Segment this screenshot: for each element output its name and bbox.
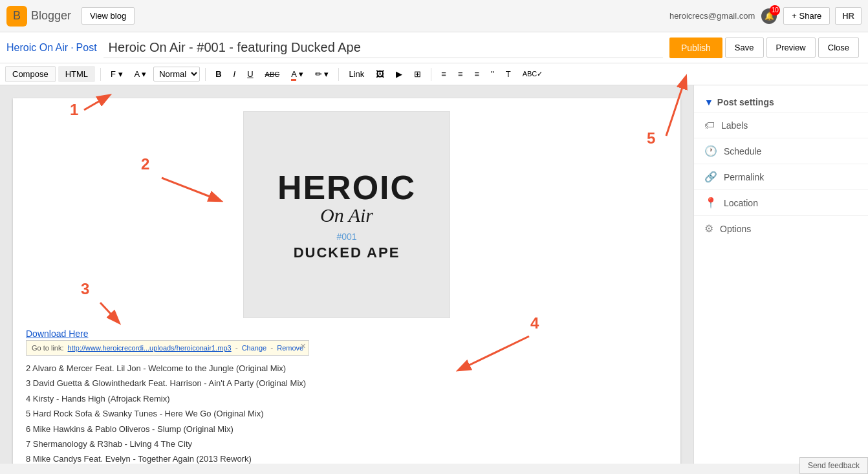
text-color-icon: A <box>291 69 296 81</box>
post-settings-header[interactable]: ▼ Post settings <box>694 92 868 113</box>
quote-button[interactable]: " <box>486 67 499 81</box>
spell-check-button[interactable]: ABC✓ <box>518 67 548 81</box>
track-item: 6 Mike Hawkins & Pablo Oliveros - Slump … <box>26 422 667 436</box>
close-button[interactable]: Close <box>818 38 859 58</box>
video-button[interactable]: ▶ <box>391 67 407 81</box>
options-row[interactable]: ⚙ Options <box>694 215 868 241</box>
go-to-label: Go to link: <box>32 344 64 352</box>
editor-content[interactable]: HEROIC On Air #001 DUCKED APE Download H… <box>13 98 680 464</box>
tooltip-close[interactable]: ✕ <box>300 342 306 350</box>
ol-button[interactable]: ≡ <box>453 67 468 81</box>
tooltip-sep2: - <box>270 343 273 352</box>
highlight-button[interactable]: ✏ ▾ <box>310 67 334 81</box>
strikethrough-button[interactable]: ABC <box>261 68 285 81</box>
breadcrumb: Heroic On Air · Post <box>6 42 97 54</box>
hero-image-container: HEROIC On Air #001 DUCKED APE <box>26 111 667 318</box>
format-select[interactable]: Normal <box>153 67 200 81</box>
italic-button[interactable]: I <box>229 67 241 81</box>
post-header: Heroic On Air · Post Publish Save Previe… <box>0 32 868 63</box>
link-button[interactable]: Link <box>344 67 369 81</box>
post-settings-sidebar: ▼ Post settings 🏷 Labels 🕐 Schedule 🔗 Pe… <box>693 85 868 464</box>
html-tab[interactable]: HTML <box>58 66 95 82</box>
editor-toolbar: Compose HTML F ▾ A ▾ Normal B I U ABC A … <box>0 63 868 85</box>
font-size-button[interactable]: A ▾ <box>130 67 151 81</box>
tooltip-sep: - <box>235 343 238 352</box>
blogger-logo: B Blogger <box>6 6 71 27</box>
font-icon: F <box>111 69 116 79</box>
download-link[interactable]: Download Here <box>26 329 89 339</box>
toolbar-separator-2 <box>205 68 206 81</box>
post-title-input[interactable] <box>103 38 663 58</box>
heroic-episode-number: #001 <box>336 232 356 242</box>
permalink-icon: 🔗 <box>704 171 717 183</box>
location-row[interactable]: 📍 Location <box>694 189 868 215</box>
location-label: Location <box>724 198 758 208</box>
ul-button[interactable]: ≡ <box>470 67 484 81</box>
notification-badge: 10 <box>770 5 780 16</box>
font-button[interactable]: F ▾ <box>106 67 127 81</box>
save-button[interactable]: Save <box>725 38 764 58</box>
schedule-icon: 🕐 <box>704 145 717 157</box>
publish-button[interactable]: Publish <box>669 38 722 58</box>
heroic-title: HEROIC <box>277 168 416 207</box>
permalink-label: Permalink <box>724 172 764 182</box>
underline-button[interactable]: U <box>243 67 257 81</box>
tooltip-url[interactable]: http://www.heroicrecordi...uploads/heroi… <box>68 344 232 352</box>
text-color-button[interactable]: A ▾ <box>287 67 308 81</box>
remove-link[interactable]: Remove <box>277 344 303 352</box>
heroic-artist-name: DUCKED APE <box>294 244 400 261</box>
toolbar-separator-3 <box>338 68 339 81</box>
labels-icon: 🏷 <box>704 120 715 131</box>
permalink-row[interactable]: 🔗 Permalink <box>694 164 868 189</box>
notification-button[interactable]: 🔔 10 <box>761 8 777 24</box>
bold-button[interactable]: B <box>211 67 226 81</box>
track-item: 2 Alvaro & Mercer Feat. Lil Jon - Welcom… <box>26 361 667 376</box>
font-size-icon: A <box>135 69 140 79</box>
user-email: heroicrecs@gmail.com <box>669 11 755 21</box>
settings-arrow-icon: ▼ <box>704 97 713 107</box>
heroic-subtitle: On Air <box>320 204 373 226</box>
hero-image: HEROIC On Air #001 DUCKED APE <box>243 111 450 318</box>
remove-format-button[interactable]: T <box>501 67 515 81</box>
track-item: 8 Mike Candys Feat. Evelyn - Together Ag… <box>26 451 667 464</box>
breadcrumb-post[interactable]: Post <box>76 42 97 54</box>
labels-label: Labels <box>721 120 748 131</box>
breadcrumb-blog[interactable]: Heroic On Air <box>6 42 68 54</box>
link-tooltip: Go to link: http://www.heroicrecordi...u… <box>26 340 309 356</box>
toolbar-separator-1 <box>100 68 101 81</box>
breadcrumb-separator: · <box>71 42 73 54</box>
track-item: 7 Shermanology & R3hab - Living 4 The Ci… <box>26 436 667 451</box>
compose-tab[interactable]: Compose <box>5 66 56 82</box>
main-layout: HEROIC On Air #001 DUCKED APE Download H… <box>0 85 868 464</box>
send-feedback-button[interactable]: Send feedback <box>799 457 868 464</box>
blogger-logo-icon: B <box>6 6 27 27</box>
location-icon: 📍 <box>704 197 717 209</box>
track-list: 2 Alvaro & Mercer Feat. Lil Jon - Welcom… <box>26 361 667 464</box>
align-button[interactable]: ≡ <box>437 67 451 81</box>
hr-button[interactable]: HR <box>835 7 862 25</box>
schedule-label: Schedule <box>724 146 761 156</box>
share-button[interactable]: + Share <box>783 7 830 25</box>
editor-area[interactable]: HEROIC On Air #001 DUCKED APE Download H… <box>0 85 693 464</box>
view-blog-button[interactable]: View blog <box>81 7 135 25</box>
toolbar-separator-4 <box>431 68 431 81</box>
track-item: 3 David Guetta & Glowinthedark Feat. Har… <box>26 376 667 391</box>
labels-row[interactable]: 🏷 Labels <box>694 113 868 138</box>
track-item: 5 Hard Rock Sofa & Swanky Tunes - Here W… <box>26 406 667 421</box>
blogger-logo-name: Blogger <box>31 9 71 23</box>
download-section: Download Here Go to link: http://www.her… <box>26 329 667 356</box>
special-char-button[interactable]: ⊞ <box>409 67 426 81</box>
options-label: Options <box>720 224 751 234</box>
options-icon: ⚙ <box>704 222 713 235</box>
preview-button[interactable]: Preview <box>766 38 816 58</box>
post-settings-label: Post settings <box>717 97 774 107</box>
change-link[interactable]: Change <box>242 344 267 352</box>
image-button[interactable]: 🖼 <box>371 67 389 81</box>
top-nav: B Blogger View blog heroicrecs@gmail.com… <box>0 0 868 32</box>
schedule-row[interactable]: 🕐 Schedule <box>694 138 868 164</box>
highlight-icon: ✏ <box>315 69 322 79</box>
track-item: 4 Kirsty - Hands High (Afrojack Remix) <box>26 391 667 406</box>
